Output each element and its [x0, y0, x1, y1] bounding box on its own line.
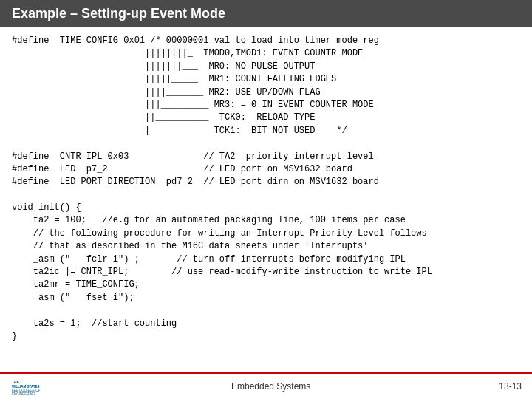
code-block: #define TIME_CONFIG 0x01 /* 00000001 val…	[12, 35, 520, 343]
uncc-logo-icon: THE WILLIAM STATES LEE COLLEGE OF ENGINE…	[10, 376, 43, 397]
code-line-5: ||||_______ MR2: USE UP/DOWN FLAG	[12, 87, 321, 98]
footer-center-text: Embedded Systems	[231, 381, 310, 392]
code-line-8: |____________TCK1: BIT NOT USED */	[12, 126, 347, 136]
code-void-9: ta2s = 1; //start counting	[12, 318, 177, 329]
code-void-6: ta2ic |= CNTR_IPL; // use read-modify-wr…	[12, 267, 432, 277]
code-void-4: // that as described in the M16C data sh…	[12, 241, 368, 251]
header-title: Example – Setting-up Event Mode	[12, 6, 225, 21]
code-void-3: // the following procedure for writing a…	[12, 228, 427, 239]
code-define-2: #define CNTR_IPL 0x03 // TA2 priority in…	[12, 151, 374, 162]
code-define-4: #define LED_PORT_DIRECTION pd7_2 // LED …	[12, 177, 379, 187]
code-define-3: #define LED p7_2 // LED port on MSV1632 …	[12, 164, 352, 174]
code-line-6: |||_________ MR3: = 0 IN EVENT COUNTER M…	[12, 100, 374, 110]
code-line-3: |||||||___ MR0: NO PULSE OUTPUT	[12, 61, 315, 72]
code-line-4: |||||_____ MR1: COUNT FALLING EDGES	[12, 74, 336, 84]
code-line-2: ||||||||_ TMOD0,TMOD1: EVENT COUNTR MODE	[12, 48, 363, 58]
code-void-1: void init() {	[12, 202, 81, 213]
svg-text:THE: THE	[12, 380, 20, 384]
code-void-8: _asm (" fset i");	[12, 293, 134, 303]
header: Example – Setting-up Event Mode	[0, 0, 532, 27]
footer: THE WILLIAM STATES LEE COLLEGE OF ENGINE…	[0, 372, 532, 399]
code-line-1: #define TIME_CONFIG 0x01 /* 00000001 val…	[12, 35, 379, 46]
footer-page-number: 13-13	[499, 381, 522, 392]
code-void-10: }	[12, 331, 17, 341]
code-void-2: ta2 = 100; //e.g for an automated packag…	[12, 215, 406, 225]
code-void-7: ta2mr = TIME_CONFIG;	[12, 279, 140, 290]
code-void-5: _asm (" fclr i") ; // turn off interrupt…	[12, 254, 406, 265]
svg-text:ENGINEERING: ENGINEERING	[12, 392, 35, 396]
code-line-7: ||__________ TCK0: RELOAD TYPE	[12, 112, 315, 123]
content-area: #define TIME_CONFIG 0x01 /* 00000001 val…	[0, 27, 532, 350]
footer-logo: THE WILLIAM STATES LEE COLLEGE OF ENGINE…	[10, 376, 43, 397]
